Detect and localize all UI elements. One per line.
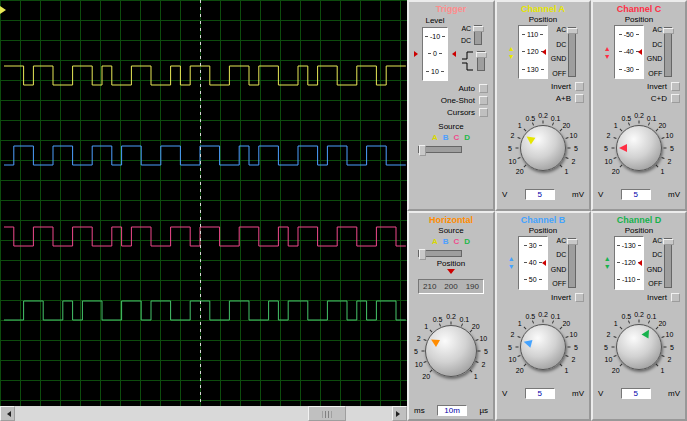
coupling-toggle[interactable] <box>664 238 672 288</box>
position-arrows[interactable]: ▲ ▼ <box>508 255 515 270</box>
scope-scrollbar[interactable] <box>0 406 407 421</box>
sum-label: C+D <box>651 94 667 103</box>
position-scale[interactable]: 30 40 50 <box>518 236 548 290</box>
trigger-coupling-toggle[interactable] <box>474 25 482 45</box>
position-scale[interactable]: 110 120 130 <box>518 25 548 79</box>
timebase-knob[interactable]: 20105210.50.20.12010521 <box>409 295 493 404</box>
trigger-edge-toggle[interactable] <box>477 51 485 71</box>
channel-c-scale-knob[interactable]: 20105210.50.20.12010521 <box>593 105 685 187</box>
invert-button[interactable] <box>575 82 584 91</box>
channel-a-scale-knob[interactable]: 20105210.50.20.12010521 <box>497 105 589 187</box>
level-marker-left <box>414 51 421 57</box>
right-arrow-icon <box>396 411 403 417</box>
sum-button[interactable] <box>671 94 680 103</box>
scroll-track[interactable] <box>15 406 392 421</box>
toggle-thumb[interactable] <box>567 239 578 245</box>
position-label: Position <box>497 15 589 24</box>
source-c-label: C <box>454 133 460 142</box>
channel-b-panel: Channel B Position ▲ ▼ 30 40 50 <box>495 211 591 421</box>
level-scale-value: 0 <box>433 50 437 57</box>
position-arrows[interactable]: ▲ ▼ <box>604 255 611 270</box>
position-marker <box>539 49 546 55</box>
level-marker-right <box>449 51 456 57</box>
position-scale-value: 130 <box>527 66 539 73</box>
coupling-off-label: OFF <box>551 70 567 78</box>
position-up-arrow[interactable]: ▲ <box>508 45 515 52</box>
scroll-thumb[interactable] <box>308 406 346 421</box>
invert-button[interactable] <box>671 293 680 302</box>
unit-mv-label: mV <box>572 190 584 199</box>
invert-label: Invert <box>647 293 667 302</box>
one-shot-label: One-Shot <box>441 96 475 105</box>
toggle-thumb[interactable] <box>476 52 487 58</box>
sum-label: A+B <box>556 94 571 103</box>
sum-button[interactable] <box>575 94 584 103</box>
trigger-level-scale[interactable]: -10 0 10 <box>422 27 448 81</box>
coupling-dc-label: DC <box>647 41 663 49</box>
trigger-source-slider[interactable] <box>418 146 462 153</box>
position-down-arrow[interactable]: ▼ <box>508 263 515 270</box>
trigger-source-label: Source <box>409 122 493 131</box>
level-label: Level <box>425 16 444 25</box>
position-arrows[interactable]: ▲ ▼ <box>604 45 611 60</box>
unit-mv-label: mV <box>572 389 584 398</box>
position-down-arrow[interactable]: ▼ <box>508 53 515 60</box>
coupling-toggle[interactable] <box>568 238 576 288</box>
horizontal-source-label: Source <box>409 226 493 235</box>
coupling-ac-label: AC <box>647 26 663 34</box>
channel-c-scale-value[interactable]: 5 <box>621 189 651 200</box>
toggle-thumb[interactable] <box>567 28 578 34</box>
channel-a-scale-value[interactable]: 5 <box>525 189 555 200</box>
coupling-toggle[interactable] <box>568 27 576 77</box>
toggle-thumb[interactable] <box>663 28 674 34</box>
position-down-arrow[interactable]: ▼ <box>604 53 611 60</box>
timebase-value[interactable]: 10m <box>437 405 467 416</box>
position-value: 210 <box>423 282 436 291</box>
trigger-dc-label: DC <box>461 37 471 45</box>
coupling-gnd-label: GND <box>551 55 567 63</box>
coupling-ac-label: AC <box>551 237 567 245</box>
horizontal-panel: Horizontal Source A B C D Position 210 2… <box>407 211 495 421</box>
channel-b-scale-knob[interactable]: 20105210.50.20.12010521 <box>497 304 589 386</box>
slider-thumb[interactable] <box>419 249 426 260</box>
scroll-left-button[interactable] <box>0 406 15 421</box>
position-down-arrow[interactable]: ▼ <box>604 263 611 270</box>
cursor-line[interactable] <box>200 0 201 406</box>
position-up-arrow[interactable]: ▲ <box>508 255 515 262</box>
channel-d-scale-value[interactable]: 5 <box>621 388 651 399</box>
position-up-arrow[interactable]: ▲ <box>604 45 611 52</box>
channel-c-panel: Channel C Position ▲ ▼ -50 -40 -30 <box>591 0 687 211</box>
coupling-dc-label: DC <box>647 251 663 259</box>
cursors-button[interactable] <box>479 108 488 117</box>
coupling-toggle[interactable] <box>664 27 672 77</box>
coupling-gnd-label: GND <box>647 266 663 274</box>
toggle-thumb[interactable] <box>473 26 484 32</box>
invert-button[interactable] <box>575 293 584 302</box>
position-marker <box>635 260 642 266</box>
source-a-label: A <box>432 133 438 142</box>
scroll-right-button[interactable] <box>392 406 407 421</box>
toggle-thumb[interactable] <box>663 239 674 245</box>
position-scale-value: 40 <box>529 259 537 266</box>
invert-button[interactable] <box>671 82 680 91</box>
channel-b-scale-value[interactable]: 5 <box>525 388 555 399</box>
coupling-off-label: OFF <box>647 70 663 78</box>
auto-button[interactable] <box>479 84 488 93</box>
channel-d-scale-knob[interactable]: 20105210.50.20.12010521 <box>593 304 685 386</box>
position-up-arrow[interactable]: ▲ <box>604 255 611 262</box>
rising-edge-icon <box>461 51 474 60</box>
source-a-label: A <box>432 237 438 246</box>
horizontal-position-display[interactable]: 210 200 190 <box>418 279 484 294</box>
position-scale[interactable]: -130 -120 -110 <box>614 236 644 290</box>
horizontal-source-slider[interactable] <box>418 250 462 257</box>
position-scale[interactable]: -50 -40 -30 <box>614 25 644 79</box>
slider-thumb[interactable] <box>419 145 426 156</box>
trigger-level-marker[interactable] <box>0 6 10 14</box>
trigger-panel: Trigger Level -10 0 10 <box>407 0 495 211</box>
trigger-source-options: A B C D <box>409 133 493 142</box>
auto-label: Auto <box>459 84 475 93</box>
one-shot-button[interactable] <box>479 96 488 105</box>
position-arrows[interactable]: ▲ ▼ <box>508 45 515 60</box>
scope-screen <box>0 0 407 406</box>
source-c-label: C <box>454 237 460 246</box>
